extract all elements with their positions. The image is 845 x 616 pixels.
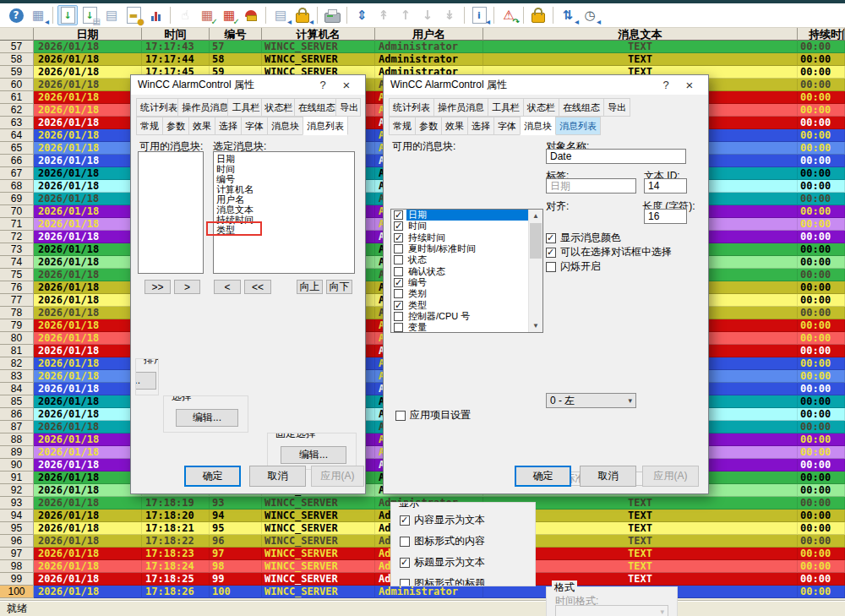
- scroll-down-icon[interactable]: ▼: [529, 319, 542, 332]
- row-number-cell[interactable]: 97: [0, 548, 34, 560]
- tab-工具栏[interactable]: 工具栏: [227, 98, 261, 117]
- row-number-cell[interactable]: 85: [0, 395, 34, 408]
- help-icon[interactable]: ?: [6, 5, 26, 25]
- row-number-cell[interactable]: 86: [0, 408, 34, 421]
- help-icon[interactable]: ?: [311, 79, 335, 91]
- list-item[interactable]: 时间: [214, 164, 354, 174]
- checkbox-icon[interactable]: [394, 244, 403, 253]
- checkbox-icon[interactable]: [394, 323, 403, 332]
- show-message-color-checkbox[interactable]: 显示消息颜色: [546, 231, 621, 245]
- row-number-cell[interactable]: 57: [0, 41, 34, 53]
- row-number-cell[interactable]: 70: [0, 205, 34, 218]
- configuration-dialog-icon[interactable]: ▦◂: [28, 5, 48, 25]
- message-list-icon[interactable]: ↓: [57, 5, 78, 25]
- column-header-computer[interactable]: 计算机名: [262, 28, 375, 41]
- sort-dialog-icon[interactable]: ⇅◂: [558, 5, 578, 25]
- tab-操作员消息[interactable]: 操作员消息: [177, 98, 228, 117]
- info-dialog-icon[interactable]: i◂: [469, 5, 489, 25]
- row-number-cell[interactable]: 62: [0, 104, 34, 117]
- row-number-cell[interactable]: 88: [0, 433, 34, 446]
- tab-字体[interactable]: 字体: [493, 117, 521, 135]
- move-left-button[interactable]: <: [214, 280, 241, 294]
- row-number-cell[interactable]: 75: [0, 269, 34, 281]
- column-header-time[interactable]: 时间: [142, 28, 210, 41]
- row-number-cell[interactable]: 69: [0, 193, 34, 205]
- row-number-cell[interactable]: 71: [0, 218, 34, 231]
- statistics-icon[interactable]: [145, 5, 166, 25]
- scrollbar[interactable]: ▲ ▼: [528, 210, 542, 332]
- column-header-duration[interactable]: 持续时间: [798, 28, 845, 41]
- ok-button[interactable]: 确定: [515, 466, 571, 487]
- row-number-cell[interactable]: 82: [0, 357, 34, 370]
- tab-状态栏[interactable]: 状态栏: [523, 98, 559, 117]
- row-number-cell[interactable]: 90: [0, 459, 34, 472]
- close-icon[interactable]: ×: [678, 78, 701, 92]
- tab-状态栏[interactable]: 状态栏: [261, 98, 295, 117]
- last-message-icon[interactable]: ↡: [439, 5, 460, 25]
- previous-message-icon[interactable]: ↑: [395, 5, 416, 25]
- fixed-selection-edit-button[interactable]: 编辑...: [281, 446, 346, 464]
- row-number-cell[interactable]: 76: [0, 281, 34, 294]
- block-item-变量[interactable]: 变量: [391, 322, 542, 333]
- checkbox-icon[interactable]: [394, 301, 403, 310]
- row-number-cell[interactable]: 60: [0, 79, 34, 91]
- apply-button[interactable]: 应用(A): [642, 466, 699, 487]
- checkbox-icon[interactable]: [394, 312, 403, 321]
- tab-导出[interactable]: 导出: [335, 98, 361, 117]
- row-number-cell[interactable]: 74: [0, 256, 34, 269]
- tab-工具栏[interactable]: 工具栏: [488, 98, 524, 117]
- tab-常规[interactable]: 常规: [136, 117, 163, 135]
- move-up-button[interactable]: 向上: [297, 280, 323, 294]
- row-number-cell[interactable]: 80: [0, 332, 34, 345]
- block-item-编号[interactable]: 编号: [391, 277, 542, 288]
- ok-button[interactable]: 确定: [184, 466, 241, 487]
- row-number-cell[interactable]: 96: [0, 535, 34, 548]
- row-number-cell[interactable]: 93: [0, 497, 34, 510]
- length-field[interactable]: [644, 209, 687, 224]
- row-number-cell[interactable]: 61: [0, 91, 34, 104]
- row-number-cell[interactable]: 66: [0, 155, 34, 167]
- block-item-状态[interactable]: 状态: [391, 254, 542, 265]
- row-number-cell[interactable]: 65: [0, 142, 34, 155]
- checkbox-icon[interactable]: [394, 278, 403, 287]
- row-number-cell[interactable]: 64: [0, 129, 34, 142]
- cancel-button[interactable]: 取消: [249, 466, 306, 487]
- row-number-cell[interactable]: 89: [0, 446, 34, 459]
- row-number-cell[interactable]: 79: [0, 319, 34, 332]
- first-message-icon[interactable]: ↟: [373, 5, 394, 25]
- acknowledge-central-icon[interactable]: ☝: [175, 5, 195, 25]
- row-number-cell[interactable]: 73: [0, 243, 34, 256]
- row-number-cell[interactable]: 91: [0, 472, 34, 484]
- row-number-cell[interactable]: 87: [0, 421, 34, 433]
- alarm-row[interactable]: 582026/01/1817:17:4458WINCC_SERVERAdmini…: [0, 53, 845, 66]
- lock-dialog-icon[interactable]: ◂: [292, 5, 313, 25]
- column-header-date[interactable]: 日期: [34, 28, 142, 41]
- available-blocks-list[interactable]: [138, 151, 204, 274]
- display-option-图标形式的内容[interactable]: 图标形式的内容: [400, 534, 535, 548]
- emergency-acknowledge-icon[interactable]: [241, 5, 261, 25]
- lock-icon[interactable]: [528, 5, 548, 25]
- block-item-确认状态[interactable]: 确认状态: [391, 265, 542, 276]
- tab-统计列表[interactable]: 统计列表: [136, 98, 178, 117]
- tab-在线组态[interactable]: 在线组态: [559, 98, 604, 117]
- lock-list-icon[interactable]: ▬●: [123, 5, 144, 25]
- single-acknowledge-icon[interactable]: ▦✓: [197, 5, 217, 25]
- print-icon[interactable]: [322, 5, 342, 25]
- column-header-number[interactable]: 编号: [210, 28, 262, 41]
- list-item[interactable]: 日期: [214, 154, 354, 164]
- tab-参数[interactable]: 参数: [415, 117, 442, 135]
- tab-字体[interactable]: 字体: [241, 117, 268, 135]
- close-icon[interactable]: ×: [335, 78, 358, 92]
- block-item-类别[interactable]: 类别: [391, 288, 542, 299]
- apply-button[interactable]: 应用(A): [311, 466, 364, 487]
- block-item-类型[interactable]: 类型: [391, 299, 542, 310]
- scroll-up-icon[interactable]: ▲: [529, 210, 542, 222]
- column-header-rowno[interactable]: [0, 28, 34, 41]
- checkbox-icon[interactable]: [394, 210, 403, 220]
- block-item-控制器/CPU 号[interactable]: 控制器/CPU 号: [391, 311, 542, 322]
- tab-消息列表[interactable]: 消息列表: [555, 117, 601, 135]
- column-header-message[interactable]: 消息文本: [483, 28, 798, 41]
- message-blocks-checklist[interactable]: 日期时间持续时间夏时制/标准时间状态确认状态编号类别类型控制器/CPU 号变量 …: [390, 209, 543, 333]
- cancel-button[interactable]: 取消: [580, 466, 636, 487]
- row-number-cell[interactable]: 94: [0, 510, 34, 522]
